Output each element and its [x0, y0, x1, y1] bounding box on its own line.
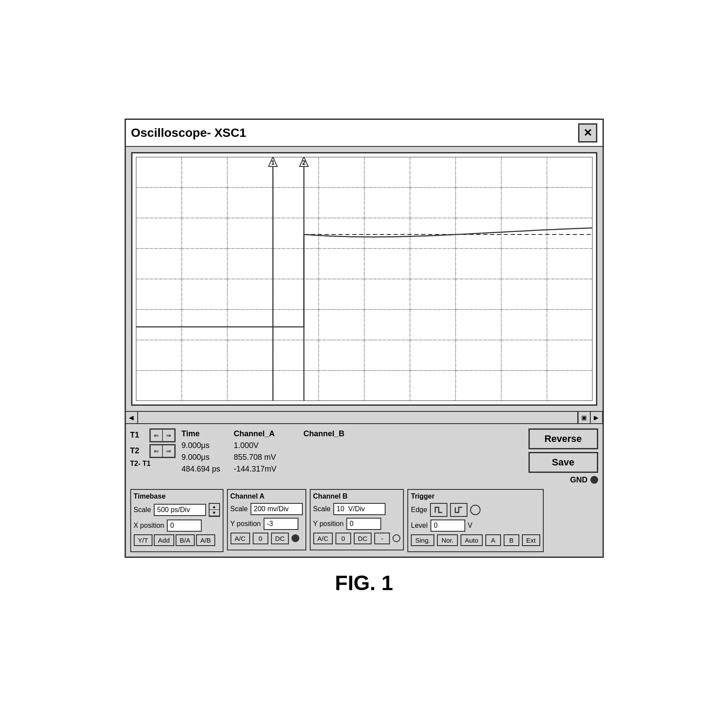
t2t1-chan-b — [302, 464, 372, 475]
mode-add[interactable]: Add — [154, 534, 174, 546]
oscilloscope-grid: 1 2 — [136, 157, 593, 401]
timebase-down-btn[interactable]: ▼ — [210, 510, 219, 516]
mode-ab[interactable]: A/B — [196, 534, 215, 546]
channel-a-ac[interactable]: A/C — [230, 533, 250, 544]
channel-a-0[interactable]: 0 — [253, 533, 268, 544]
channel-b-ypos-input[interactable] — [346, 518, 381, 530]
channel-b-minus[interactable]: - — [374, 533, 390, 544]
channel-b-scale-row: Scale — [313, 503, 401, 515]
scroll-left-button[interactable]: ◀ — [126, 411, 138, 424]
scroll-track — [138, 412, 577, 423]
timebase-spinner: ▲ ▼ — [209, 503, 220, 517]
gnd-radio[interactable] — [590, 476, 598, 484]
channel-a-scale-input[interactable] — [251, 503, 303, 515]
t2t1-row: T2- T1 — [130, 460, 176, 468]
scroll-right-btn-1[interactable]: ▣ — [578, 411, 590, 424]
channel-a-dc[interactable]: DC — [271, 533, 289, 544]
oscilloscope-svg: 1 2 — [136, 157, 593, 401]
trigger-a-btn[interactable]: A — [485, 534, 501, 546]
trigger-modes-row: Sing. Nor. Auto A B Ext — [411, 534, 540, 546]
channel-a-ypos-row: Y position — [230, 518, 303, 530]
trigger-b-btn[interactable]: B — [504, 534, 519, 546]
channel-b-scale-input[interactable] — [333, 503, 386, 515]
channel-a-scale-label: Scale — [230, 505, 248, 513]
timebase-scale-label: Scale — [134, 506, 151, 514]
channel-a-ypos-input[interactable] — [264, 518, 298, 530]
scroll-right-btn-2[interactable]: ▶ — [590, 411, 603, 424]
trigger-auto-btn[interactable]: Auto — [461, 534, 483, 546]
channel-a-panel: Channel A Scale Y position A/C 0 DC — [227, 489, 306, 550]
channel-b-ypos-row: Y position — [313, 518, 401, 530]
save-button[interactable]: Save — [528, 452, 598, 473]
svg-text:2: 2 — [302, 159, 305, 166]
trigger-edge-radio[interactable] — [470, 505, 481, 515]
readout-t1-row: 9.000μs 1.000V — [180, 440, 524, 451]
t2-chan-a: 855.708 mV — [232, 452, 302, 463]
timebase-xpos-input[interactable] — [167, 519, 202, 532]
channel-b-dc[interactable]: DC — [354, 533, 372, 544]
readout-row: T1 ⇐ ⇒ T2 ⇐ ⇒ T2- T1 — [130, 428, 598, 485]
trigger-edge-f-btn[interactable] — [430, 503, 447, 517]
scrollbar-area: ◀ ▣ ▶ — [126, 411, 603, 423]
t2-label: T2 — [130, 446, 148, 455]
channel-b-0[interactable]: 0 — [335, 533, 351, 544]
trigger-edge-t-btn[interactable] — [450, 503, 467, 517]
timebase-scale-input[interactable] — [154, 504, 206, 516]
scroll-right-group: ▣ ▶ — [577, 411, 603, 424]
readout-headers: Time Channel_A Channel_B — [180, 428, 524, 439]
channel-b-ypos-label: Y position — [313, 520, 344, 528]
gnd-row: GND — [570, 475, 598, 485]
mode-ba[interactable]: B/A — [176, 534, 195, 546]
t1-time: 9.000μs — [180, 440, 232, 451]
trigger-level-input[interactable] — [430, 519, 465, 532]
t2t1-label: T2- T1 — [130, 460, 151, 468]
figure-caption: FIG. 1 — [335, 571, 393, 595]
timebase-scale-row: Scale ▲ ▼ — [134, 503, 220, 517]
trigger-sing-btn[interactable]: Sing. — [411, 534, 434, 546]
t2-cursor-row: T2 ⇐ ⇒ — [130, 444, 176, 458]
timebase-xpos-row: X position — [134, 519, 220, 532]
rising-edge-icon — [433, 505, 444, 515]
t1-chan-a: 1.000V — [232, 440, 302, 451]
trigger-level-unit: V — [468, 522, 473, 530]
col1-header: Time — [180, 428, 232, 439]
t2-time: 9.000μs — [180, 452, 232, 463]
gnd-label: GND — [570, 475, 588, 485]
timebase-xpos-label: X position — [134, 522, 164, 530]
t2-left-btn[interactable]: ⇐ — [150, 445, 163, 457]
t1-left-btn[interactable]: ⇐ — [150, 429, 163, 441]
right-buttons: Reverse Save GND — [528, 428, 598, 485]
readout-values: Time Channel_A Channel_B 9.000μs 1.000V … — [180, 428, 524, 475]
title-bar: Oscilloscope- XSC1 ✕ — [126, 120, 603, 147]
timebase-panel: Timebase Scale ▲ ▼ X position — [130, 489, 223, 552]
t2t1-chan-a: -144.317mV — [232, 464, 302, 475]
trigger-level-row: Level V — [411, 519, 540, 532]
t1-cursor-row: T1 ⇐ ⇒ — [130, 428, 176, 442]
channel-b-modes: A/C 0 DC - — [313, 533, 401, 544]
channel-a-scale-row: Scale — [230, 503, 303, 515]
trigger-nor-btn[interactable]: Nor. — [437, 534, 458, 546]
col2-header: Channel_A — [232, 428, 302, 439]
close-button[interactable]: ✕ — [578, 123, 597, 143]
trigger-ext-btn[interactable]: Ext — [522, 534, 540, 546]
t1-arrow-group: ⇐ ⇒ — [149, 428, 176, 442]
svg-text:1: 1 — [271, 159, 274, 166]
oscilloscope-window: Oscilloscope- XSC1 ✕ — [125, 119, 604, 558]
channel-b-radio[interactable] — [393, 534, 400, 542]
readout-t2t1-row: 484.694 ps -144.317mV — [180, 464, 524, 475]
bottom-panels: Timebase Scale ▲ ▼ X position — [130, 489, 598, 552]
timebase-up-btn[interactable]: ▲ — [210, 504, 219, 510]
trigger-title: Trigger — [411, 492, 540, 500]
reverse-button[interactable]: Reverse — [528, 428, 598, 449]
t1-right-btn[interactable]: ⇒ — [163, 429, 175, 441]
t1-label: T1 — [130, 431, 148, 440]
t2-right-btn[interactable]: ⇒ — [163, 445, 175, 457]
channel-b-ac[interactable]: A/C — [313, 533, 333, 544]
timebase-modes: Y/T Add B/A A/B — [134, 534, 220, 546]
mode-yt[interactable]: Y/T — [134, 534, 152, 546]
t1-chan-b — [302, 440, 372, 451]
screen-container: 1 2 — [126, 147, 603, 411]
t2-arrow-group: ⇐ ⇒ — [149, 444, 176, 458]
channel-a-radio[interactable] — [291, 534, 299, 542]
falling-edge-icon — [454, 505, 464, 515]
